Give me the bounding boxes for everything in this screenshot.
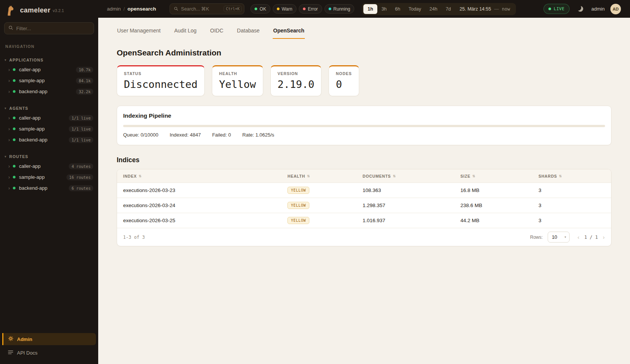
warn-dot <box>277 8 279 10</box>
content: User Management Audit Log OIDC Database … <box>98 18 630 364</box>
caret-down-icon: ▾ <box>5 106 6 110</box>
sidebar-item-route-caller-app[interactable]: › caller-app 4 routes <box>0 161 98 172</box>
section-header-applications[interactable]: ▾ APPLICATIONS <box>0 56 98 64</box>
cell-size: 238.6 MB <box>460 203 539 208</box>
table-header-row: INDEX ⇅ HEALTH ⇅ DOCUMENTS ⇅ SIZE ⇅ <box>117 169 611 183</box>
count-badge: 32.2k <box>76 89 93 95</box>
status-dot <box>13 90 15 93</box>
ok-dot <box>255 8 257 10</box>
breadcrumb-separator: / <box>124 6 125 12</box>
sidebar: cameleer v3.2.1 NAVIGATION ▾ APPLICATION… <box>0 0 98 364</box>
chevron-right-icon: › <box>8 185 10 191</box>
tab-audit-log[interactable]: Audit Log <box>174 24 197 39</box>
previous-page-button[interactable]: ‹ <box>576 234 581 240</box>
time-range-today[interactable]: Today <box>405 4 425 14</box>
status-dot <box>13 79 15 82</box>
next-page-button[interactable]: › <box>602 234 606 240</box>
dark-mode-toggle[interactable] <box>575 4 586 14</box>
sidebar-item-agent-backend-app[interactable]: › backend-app 1/1 live <box>0 134 98 145</box>
time-range-1h[interactable]: 1h <box>363 4 377 14</box>
filter-chip-running[interactable]: Running <box>324 4 355 14</box>
app-logo[interactable]: cameleer v3.2.1 <box>0 0 98 18</box>
tab-oidc[interactable]: OIDC <box>210 24 224 39</box>
running-dot <box>329 8 331 10</box>
pipeline-rate: Rate: 1.0625/s <box>242 132 275 138</box>
table-row[interactable]: executions-2026-03-23 YELLOW 108.363 16.… <box>117 183 611 198</box>
sidebar-item-route-backend-app[interactable]: › backend-app 6 routes <box>0 183 98 194</box>
pagination: ‹ 1 / 1 › <box>576 234 606 240</box>
live-toggle[interactable]: LIVE <box>544 4 570 14</box>
cell-shards: 3 <box>539 203 611 208</box>
filter-chip-ok[interactable]: OK <box>250 4 270 14</box>
health-badge: YELLOW <box>287 202 309 209</box>
cell-shards: 3 <box>539 218 611 223</box>
table-footer-right: Rows: 10 ▾ ‹ 1 / 1 › <box>530 232 606 243</box>
column-header-health[interactable]: HEALTH ⇅ <box>287 174 363 178</box>
nav-section-agents: ▾ AGENTS › caller-app 1/1 live › sample-… <box>0 104 98 145</box>
sidebar-filter[interactable] <box>4 22 94 34</box>
avatar[interactable]: AD <box>610 4 621 14</box>
status-dot <box>13 138 15 141</box>
cell-index: executions-2026-03-25 <box>117 218 287 223</box>
date-range-display[interactable]: 25. März 14:55 — now <box>460 6 510 12</box>
sidebar-item-admin[interactable]: Admin <box>2 333 96 345</box>
table-row[interactable]: executions-2026-03-25 YELLOW 1.016.937 4… <box>117 213 611 228</box>
moon-icon <box>578 6 583 12</box>
time-range-control: 1h 3h 6h Today 24h 7d 25. März 14:55 — n… <box>362 3 516 15</box>
table-row[interactable]: executions-2026-03-24 YELLOW 1.298.357 2… <box>117 198 611 213</box>
filter-input[interactable] <box>16 26 90 31</box>
stat-card-version: VERSION 2.19.0 <box>270 65 322 96</box>
sidebar-item-app-sample-app[interactable]: › sample-app 84.1k <box>0 75 98 86</box>
pipeline-failed: Failed: 0 <box>212 132 231 138</box>
column-header-index[interactable]: INDEX ⇅ <box>117 174 287 178</box>
list-icon <box>8 350 13 356</box>
chevron-right-icon: › <box>8 115 10 121</box>
section-header-agents[interactable]: ▾ AGENTS <box>0 104 98 112</box>
rows-per-page-select[interactable]: 10 ▾ <box>548 232 570 243</box>
stat-card-health: HEALTH Yellow <box>212 65 263 96</box>
table-footer: 1-3 of 3 Rows: 10 ▾ ‹ 1 / 1 › <box>117 228 611 246</box>
column-header-shards[interactable]: SHARDS ⇅ <box>539 174 611 178</box>
chevron-right-icon: › <box>8 163 10 169</box>
time-range-6h[interactable]: 6h <box>391 4 405 14</box>
section-header-routes[interactable]: ▾ ROUTES <box>0 153 98 161</box>
pipeline-title: Indexing Pipeline <box>123 112 605 119</box>
cell-health: YELLOW <box>287 187 363 194</box>
filter-chip-error[interactable]: Error <box>299 4 322 14</box>
time-range-24h[interactable]: 24h <box>425 4 442 14</box>
tab-database[interactable]: Database <box>236 24 260 39</box>
column-header-documents[interactable]: DOCUMENTS ⇅ <box>363 174 460 178</box>
sidebar-item-route-sample-app[interactable]: › sample-app 16 routes <box>0 172 98 183</box>
chevron-down-icon: ▾ <box>565 235 566 239</box>
stat-cards: STATUS Disconnected HEALTH Yellow VERSIO… <box>117 65 611 96</box>
global-search[interactable]: Ctrl+K <box>170 3 244 14</box>
chevron-right-icon: › <box>8 89 10 94</box>
health-badge: YELLOW <box>287 187 309 194</box>
health-value: Yellow <box>219 78 256 90</box>
status-dot <box>13 68 15 71</box>
time-range-7d[interactable]: 7d <box>442 4 455 14</box>
search-input[interactable] <box>181 6 221 12</box>
sidebar-item-agent-caller-app[interactable]: › caller-app 1/1 live <box>0 112 98 123</box>
sidebar-item-app-caller-app[interactable]: › caller-app 10.7k <box>0 64 98 75</box>
sort-icon: ⇅ <box>472 174 476 178</box>
cell-size: 44.2 MB <box>460 218 539 223</box>
breadcrumb-parent[interactable]: admin <box>107 6 121 12</box>
chevron-right-icon: › <box>8 78 10 83</box>
pipeline-indexed: Indexed: 4847 <box>170 132 201 138</box>
sidebar-item-agent-sample-app[interactable]: › sample-app 1/1 live <box>0 123 98 134</box>
chevron-right-icon: › <box>8 67 10 72</box>
indices-table: INDEX ⇅ HEALTH ⇅ DOCUMENTS ⇅ SIZE ⇅ <box>117 169 611 246</box>
filter-chip-warn[interactable]: Warn <box>273 4 296 14</box>
live-badge: 1/1 live <box>69 137 93 143</box>
topbar-right: LIVE admin AD <box>544 4 621 14</box>
count-badge: 10.7k <box>76 67 93 73</box>
sidebar-item-app-backend-app[interactable]: › backend-app 32.2k <box>0 86 98 97</box>
tab-user-management[interactable]: User Management <box>117 24 161 39</box>
sidebar-item-api-docs[interactable]: API Docs <box>2 347 96 359</box>
tab-opensearch[interactable]: OpenSearch <box>273 24 304 39</box>
time-range-3h[interactable]: 3h <box>377 4 391 14</box>
cell-shards: 3 <box>539 187 611 193</box>
cameleer-logo-icon <box>5 5 17 16</box>
column-header-size[interactable]: SIZE ⇅ <box>460 174 539 178</box>
